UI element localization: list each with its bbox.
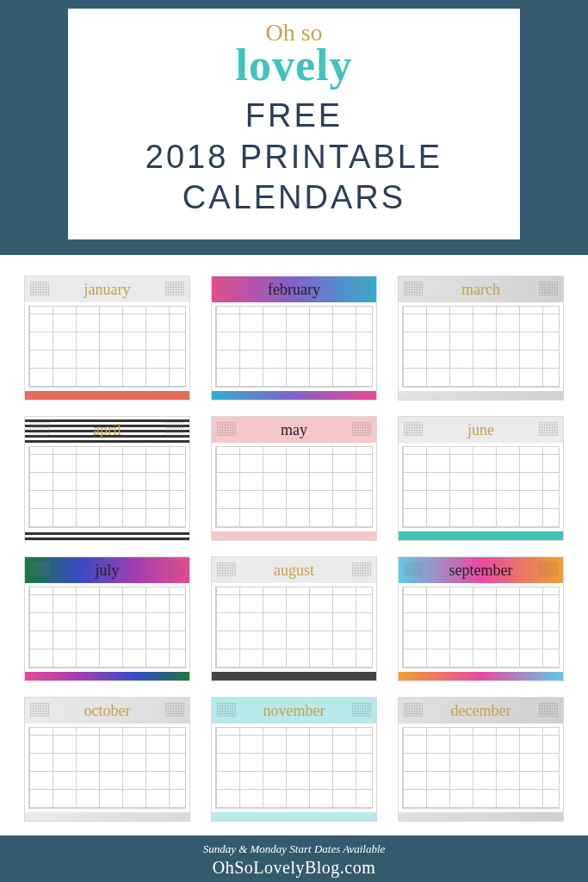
calendar-header: january (25, 276, 189, 302)
brand-lovely: lovely (236, 40, 353, 90)
calendar-accent-bar (25, 812, 189, 821)
calendar-grid-cells (215, 727, 373, 809)
calendar-grid-cells (28, 446, 186, 528)
calendar-thumb: february (211, 276, 377, 401)
headline-line-1: FREE (145, 96, 443, 137)
headline: FREE 2018 PRINTABLE CALENDARS (145, 96, 443, 219)
footer-url: OhSoLovelyBlog.com (213, 858, 376, 878)
calendar-accent-bar (212, 812, 376, 821)
calendar-header: august (212, 557, 376, 583)
calendar-accent-bar (399, 812, 563, 821)
headline-line-3: CALENDARS (145, 177, 443, 219)
calendar-header: december (399, 698, 563, 724)
headline-line-2: 2018 PRINTABLE (145, 137, 443, 178)
calendar-thumb: august (211, 556, 377, 681)
calendar-month-label: february (268, 281, 320, 299)
hero-banner: Oh so lovely FREE 2018 PRINTABLE CALENDA… (0, 0, 588, 255)
calendar-grid-cells (215, 306, 373, 388)
calendar-header: april (25, 417, 189, 443)
calendar-header: may (212, 417, 376, 443)
footer: Sunday & Monday Start Dates Available Oh… (0, 835, 588, 882)
calendar-accent-bar (25, 531, 189, 540)
calendar-thumb: october (24, 697, 190, 822)
calendar-month-label: may (281, 421, 307, 439)
calendar-accent-bar (212, 531, 376, 540)
calendar-grid-cells (28, 727, 186, 809)
calendar-thumb: january (24, 276, 190, 401)
calendar-thumb: april (24, 416, 190, 541)
calendar-header: september (399, 557, 563, 583)
calendar-header: october (25, 698, 189, 724)
hero-card: Oh so lovely FREE 2018 PRINTABLE CALENDA… (68, 9, 520, 239)
calendar-grid-cells (28, 306, 186, 388)
calendar-month-label: november (263, 702, 325, 720)
calendar-thumb: july (24, 556, 190, 681)
calendar-accent-bar (25, 672, 189, 680)
calendar-thumb: november (211, 697, 377, 822)
calendar-grid-cells (402, 306, 560, 388)
calendar-thumb: september (398, 556, 564, 681)
footer-note: Sunday & Monday Start Dates Available (203, 842, 386, 856)
calendar-thumb: december (398, 697, 564, 822)
calendar-thumb: june (398, 416, 564, 541)
calendar-month-label: march (461, 281, 500, 299)
calendar-grid-cells (28, 587, 186, 668)
calendar-accent-bar (25, 391, 189, 400)
calendar-month-label: september (449, 562, 513, 580)
calendar-month-label: june (467, 421, 494, 439)
calendar-month-label: july (95, 562, 119, 580)
calendar-accent-bar (399, 672, 563, 680)
calendar-grid-cells (402, 727, 560, 809)
calendar-header: june (399, 417, 563, 443)
calendar-accent-bar (212, 391, 376, 400)
calendar-grid-cells (215, 587, 373, 668)
calendar-month-label: august (274, 562, 314, 580)
calendar-grid: januaryfebruarymarchaprilmayjunejulyaugu… (0, 255, 588, 835)
calendar-month-label: october (84, 702, 131, 720)
calendar-thumb: may (211, 416, 377, 541)
calendar-month-label: january (84, 281, 131, 299)
calendar-header: july (25, 557, 189, 583)
calendar-accent-bar (399, 531, 563, 540)
calendar-header: march (399, 276, 563, 302)
calendar-accent-bar (212, 672, 376, 680)
calendar-month-label: december (451, 702, 511, 720)
calendar-month-label: april (93, 421, 121, 439)
calendar-header: november (212, 698, 376, 724)
calendar-accent-bar (399, 391, 563, 400)
calendar-thumb: march (398, 276, 564, 401)
calendar-grid-cells (215, 446, 373, 528)
calendar-header: february (212, 276, 376, 302)
calendar-grid-cells (402, 446, 560, 528)
calendar-grid-cells (402, 587, 560, 668)
